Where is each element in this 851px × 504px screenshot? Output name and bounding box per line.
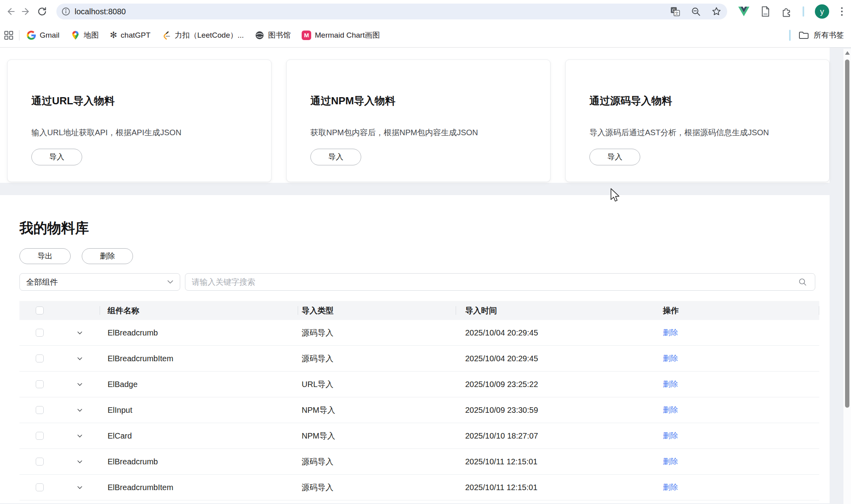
- library-globe-icon: [255, 31, 264, 40]
- mouse-cursor: [610, 188, 620, 202]
- reload-button[interactable]: [34, 4, 50, 19]
- all-bookmarks[interactable]: 所有书签: [789, 30, 844, 41]
- import-source-button[interactable]: 导入: [589, 149, 640, 165]
- import-url-button[interactable]: 导入: [31, 149, 82, 165]
- row-delete-link[interactable]: 删除: [663, 457, 678, 466]
- row-expand-button[interactable]: [77, 357, 83, 360]
- card-title: 通过NPM导入物料: [310, 94, 534, 108]
- folder-icon: [799, 31, 809, 40]
- row-delete-link[interactable]: 删除: [663, 483, 678, 491]
- bookmark-gmail[interactable]: Gmail: [27, 31, 60, 40]
- mermaid-icon: M: [302, 31, 311, 40]
- import-cards-section: 通过URL导入物料 输入URL地址获取API，根据API生成JSON 导入 通过…: [0, 48, 830, 183]
- bookmark-leetcode[interactable]: 力扣（LeetCode）...: [162, 30, 244, 40]
- scrollbar-up-arrow[interactable]: [845, 51, 850, 55]
- component-filter-select[interactable]: 全部组件: [19, 273, 180, 291]
- row-expand-button[interactable]: [77, 486, 83, 489]
- bookmark-star-icon[interactable]: [711, 6, 722, 17]
- import-type: 源码导入: [298, 353, 456, 364]
- row-checkbox[interactable]: [36, 380, 44, 388]
- chevron-down-icon: [77, 331, 83, 335]
- page-scrollbar[interactable]: [843, 49, 851, 504]
- extensions-puzzle-icon[interactable]: [781, 6, 792, 17]
- import-time: 2025/10/04 20:29:45: [456, 328, 653, 337]
- row-expand-button[interactable]: [77, 408, 83, 412]
- row-delete-link[interactable]: 删除: [663, 354, 678, 362]
- row-checkbox[interactable]: [36, 483, 44, 491]
- import-time: 2025/10/04 20:29:45: [456, 354, 653, 363]
- row-delete-link[interactable]: 删除: [663, 406, 678, 414]
- row-delete-link[interactable]: 删除: [663, 380, 678, 388]
- row-expand-button[interactable]: [77, 331, 83, 335]
- profile-avatar[interactable]: y: [815, 4, 829, 19]
- search-box: [185, 273, 815, 291]
- header-actions: 操作: [653, 305, 819, 316]
- select-all-checkbox[interactable]: [36, 307, 44, 314]
- browser-window: localhost:8080 G文 y Gmail: [0, 0, 851, 504]
- header-import-time: 导入时间: [456, 305, 653, 316]
- forward-button[interactable]: [18, 4, 34, 19]
- address-bar[interactable]: localhost:8080 G文: [56, 4, 727, 19]
- browser-chrome: localhost:8080 G文 y Gmail: [0, 0, 851, 48]
- site-info-icon[interactable]: [61, 7, 71, 16]
- menu-dots-icon[interactable]: [840, 6, 844, 17]
- import-time: 2025/10/11 12:15:01: [456, 457, 653, 466]
- row-expand-button[interactable]: [77, 434, 83, 438]
- back-button[interactable]: [2, 4, 18, 19]
- bookmark-maps[interactable]: 地图: [71, 30, 99, 40]
- materials-table: 组件名称 导入类型 导入时间 操作 ElBreadcrumb 源码导入 2025…: [19, 301, 819, 500]
- section-gap: [0, 183, 843, 195]
- header-import-type: 导入类型: [298, 305, 456, 316]
- page-content: 通过URL导入物料 输入URL地址获取API，根据API生成JSON 导入 通过…: [0, 48, 843, 503]
- import-type: URL导入: [298, 379, 456, 390]
- search-input[interactable]: [186, 278, 798, 287]
- bookmark-library[interactable]: 图书馆: [255, 30, 291, 40]
- row-checkbox[interactable]: [36, 406, 44, 414]
- chevron-down-icon: [77, 460, 83, 464]
- scrollbar-thumb[interactable]: [845, 59, 849, 408]
- zoom-out-icon[interactable]: [691, 6, 701, 17]
- card-description: 导入源码后通过AST分析，根据源码信息生成JSON: [589, 127, 813, 138]
- import-npm-button[interactable]: 导入: [310, 149, 361, 165]
- header-component-name: 组件名称: [100, 305, 298, 316]
- browser-toolbar: localhost:8080 G文 y: [0, 0, 851, 23]
- document-icon[interactable]: [760, 6, 770, 17]
- import-card-npm: 通过NPM导入物料 获取NPM包内容后，根据NPM包内容生成JSON 导入: [286, 59, 551, 182]
- import-type: NPM导入: [298, 431, 456, 441]
- maps-icon: [71, 31, 80, 40]
- forward-icon: [21, 6, 31, 17]
- chevron-down-icon: [77, 434, 83, 438]
- chevron-down-icon: [77, 408, 83, 412]
- row-checkbox[interactable]: [36, 329, 44, 337]
- bookmarks-bar: Gmail 地图 ✻ chatGPT 力扣（LeetCode）... 图书馆 M…: [0, 23, 851, 47]
- row-delete-link[interactable]: 删除: [663, 328, 678, 337]
- import-card-url: 通过URL导入物料 输入URL地址获取API，根据API生成JSON 导入: [7, 59, 271, 182]
- bookmark-chatgpt[interactable]: ✻ chatGPT: [110, 31, 150, 40]
- row-delete-link[interactable]: 删除: [663, 431, 678, 440]
- vue-devtools-icon[interactable]: [738, 6, 749, 17]
- chevron-down-icon: [77, 486, 83, 489]
- library-title: 我的物料库: [19, 219, 819, 238]
- bookmark-mermaid[interactable]: M Mermaid Chart画图: [302, 30, 380, 40]
- delete-button[interactable]: 删除: [82, 248, 133, 264]
- component-name: ElBadge: [100, 380, 298, 389]
- row-checkbox[interactable]: [36, 355, 44, 362]
- import-time: 2025/10/09 23:30:59: [456, 406, 653, 415]
- import-type: 源码导入: [298, 482, 456, 493]
- row-expand-button[interactable]: [77, 383, 83, 386]
- row-checkbox[interactable]: [36, 458, 44, 466]
- bookmarks-divider: [19, 30, 19, 40]
- component-name: ElBreadcrumb: [100, 457, 298, 466]
- leetcode-icon: [162, 31, 171, 40]
- export-button[interactable]: 导出: [19, 248, 71, 264]
- reload-icon: [37, 6, 47, 17]
- table-row: ElBreadcrumbItem 源码导入 2025/10/11 12:15:0…: [19, 475, 819, 500]
- translate-icon[interactable]: G文: [670, 6, 680, 17]
- row-expand-button[interactable]: [77, 460, 83, 464]
- card-title: 通过URL导入物料: [31, 94, 255, 108]
- row-checkbox[interactable]: [36, 432, 44, 440]
- search-icon[interactable]: [798, 278, 807, 286]
- table-row: ElBreadcrumb 源码导入 2025/10/11 12:15:01 删除: [19, 449, 819, 475]
- apps-grid-icon[interactable]: [4, 31, 13, 40]
- url-text[interactable]: localhost:8080: [75, 7, 670, 16]
